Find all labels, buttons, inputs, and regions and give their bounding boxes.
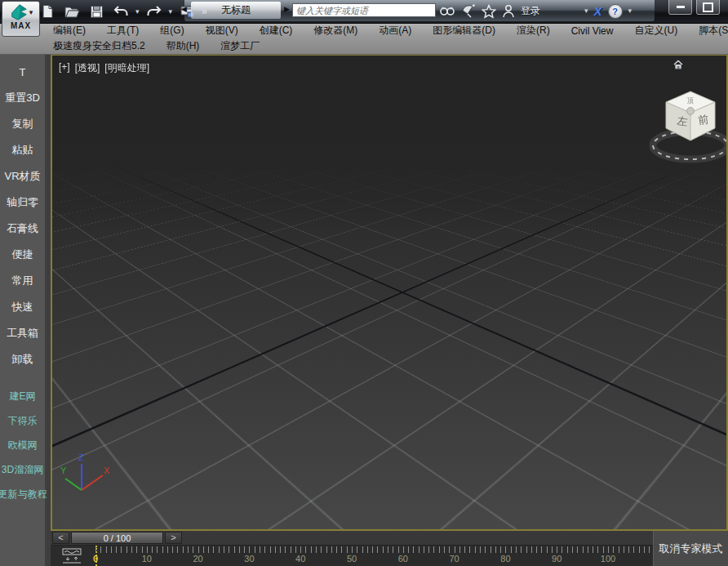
ruler-tick <box>464 546 465 553</box>
ruler-tick <box>305 546 306 553</box>
doc-history-forward-icon[interactable]: ▶ <box>284 5 290 13</box>
viewport-pov-menu[interactable]: [透视] <box>75 61 100 75</box>
new-scene-icon[interactable] <box>38 2 57 20</box>
sidebar-item[interactable]: 轴归零 <box>0 189 45 216</box>
sidebar-item[interactable]: 便捷 <box>0 242 45 268</box>
viewcube-home-icon[interactable] <box>673 59 684 70</box>
sidebar-link-item[interactable]: 下得乐 <box>0 408 45 433</box>
communication-center-icon[interactable] <box>461 4 476 18</box>
sidebar-item[interactable]: 石膏线 <box>0 216 45 242</box>
menu-item[interactable]: Civil View <box>561 25 624 37</box>
application-menu-button[interactable]: ▾ MAX <box>2 1 40 37</box>
ruler-tick <box>311 546 312 553</box>
ruler-tick <box>485 546 486 553</box>
menu-item[interactable]: 极速瘦身安全归档5.2 <box>42 39 156 53</box>
redo-icon[interactable] <box>144 2 164 20</box>
sidebar-item[interactable]: 快速 <box>0 294 45 320</box>
menu-item[interactable]: 渲染(R) <box>506 24 561 38</box>
viewcube-left-face-label: 左 <box>677 114 689 128</box>
ruler-tick <box>444 546 445 553</box>
menu-item[interactable]: 工具(T) <box>96 24 149 38</box>
menu-item[interactable]: 修改器(M) <box>303 24 368 38</box>
ruler-tick <box>424 546 424 553</box>
ruler-tick <box>588 546 588 553</box>
ruler-tick <box>516 546 517 553</box>
timeline-area: < 0 / 100 > 0102030405060708090100 取消专家模… <box>51 531 728 566</box>
sidebar-link-item[interactable]: 欧模网 <box>0 433 45 457</box>
ruler-tick <box>562 546 562 553</box>
login-button[interactable]: 登录 <box>521 4 540 18</box>
sidebar-item[interactable]: 复制 <box>0 111 45 137</box>
ruler-tick <box>491 546 491 553</box>
ruler-tick <box>475 546 476 553</box>
menu-item[interactable]: 脚本(S) <box>688 24 728 38</box>
favorites-star-icon[interactable] <box>482 4 496 19</box>
ruler-tick <box>613 546 614 553</box>
ruler-tick <box>557 546 557 553</box>
menu-item[interactable]: 动画(A) <box>368 24 422 38</box>
doc-history-back-icon[interactable]: ◀ <box>181 5 187 13</box>
viewcube-front-face-label: 前 <box>697 113 709 127</box>
ruler-tick <box>583 546 584 553</box>
search-input[interactable] <box>292 3 436 17</box>
mini-curve-editor-button[interactable] <box>54 546 90 565</box>
menubar-row-2: 极速瘦身安全归档5.2帮助(H)渲梦工厂 <box>0 38 728 54</box>
ruler-tick <box>121 546 122 553</box>
undo-dropdown-icon[interactable]: ▾ <box>135 8 140 16</box>
menu-item[interactable]: 渲梦工厂 <box>210 39 270 53</box>
ruler-tick <box>316 546 317 553</box>
ruler-tick <box>547 546 548 553</box>
menu-item[interactable]: 视图(V) <box>195 24 249 38</box>
sidebar-link-item[interactable]: 更新与教程 <box>0 482 45 506</box>
perspective-viewport[interactable]: [+] [透视] [明暗处理] 左 前 顶 Z X Y <box>51 54 728 531</box>
ruler-tick <box>639 546 640 553</box>
ruler-frame-label: 60 <box>398 554 408 564</box>
sidebar-item[interactable]: 重置3D <box>0 85 45 111</box>
ruler-tick <box>649 546 650 553</box>
ruler-tick <box>455 546 455 553</box>
ruler-tick <box>100 546 101 553</box>
sidebar-item[interactable]: VR材质 <box>0 163 45 189</box>
time-slider-handle[interactable]: 0 / 100 <box>71 532 163 544</box>
cancel-expert-mode-button[interactable]: 取消专家模式 <box>659 541 723 556</box>
sidebar-link-item[interactable]: 3D溜溜网 <box>0 457 45 482</box>
help-icon[interactable]: ? <box>608 4 623 19</box>
menu-item[interactable]: 组(G) <box>149 24 194 38</box>
menu-item[interactable]: 创建(C) <box>249 24 304 38</box>
viewport-general-menu[interactable]: [+] <box>59 61 70 75</box>
help-dropdown-icon[interactable]: ▾ <box>628 7 633 15</box>
next-frame-button[interactable]: > <box>165 532 182 544</box>
ruler-tick <box>403 546 404 553</box>
sidebar-item[interactable]: 常用 <box>0 268 45 294</box>
ruler-tick <box>280 546 281 553</box>
track-bar-ruler[interactable]: 0102030405060708090100 <box>90 546 653 566</box>
undo-icon[interactable] <box>111 2 131 20</box>
redo-dropdown-icon[interactable]: ▾ <box>169 8 173 16</box>
menu-item[interactable]: 图形编辑器(D) <box>422 24 506 38</box>
menu-item[interactable]: 帮助(H) <box>156 39 211 53</box>
user-icon[interactable] <box>502 4 515 18</box>
search-icon[interactable] <box>439 5 455 18</box>
ruler-tick <box>398 546 399 553</box>
minimize-button[interactable] <box>668 0 692 15</box>
login-dropdown-icon[interactable]: ▾ <box>584 7 588 15</box>
sidebar-item[interactable]: T <box>0 59 45 85</box>
maximize-button[interactable] <box>696 0 720 15</box>
time-slider-track[interactable]: < 0 / 100 > <box>51 531 653 546</box>
track-bar[interactable]: 0102030405060708090100 <box>51 546 653 566</box>
ruler-tick <box>347 546 348 553</box>
menu-item[interactable]: 编辑(E) <box>42 24 96 38</box>
sidebar-item[interactable]: 卸载 <box>0 346 45 372</box>
sidebar-link-item[interactable]: 建E网 <box>0 384 45 408</box>
sidebar-item[interactable]: 粘贴 <box>0 137 45 163</box>
menu-item[interactable]: 自定义(U) <box>624 24 688 38</box>
exchange-apps-icon[interactable]: X <box>594 4 602 18</box>
ruler-tick <box>224 546 224 553</box>
sidebar-item[interactable]: 工具箱 <box>0 320 45 346</box>
save-icon[interactable] <box>87 2 106 20</box>
viewcube[interactable]: 左 前 顶 <box>641 75 728 172</box>
previous-frame-button[interactable]: < <box>52 532 69 544</box>
viewport-shading-menu[interactable]: [明暗处理] <box>104 61 149 75</box>
open-file-icon[interactable] <box>62 2 82 20</box>
ruler-tick <box>111 546 112 553</box>
